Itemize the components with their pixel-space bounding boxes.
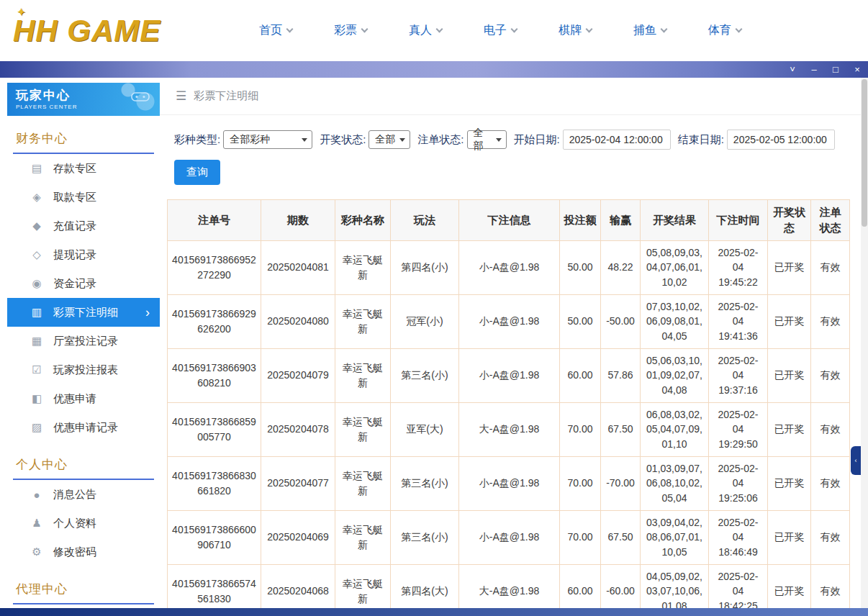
draw-status-value: 全部	[375, 133, 395, 146]
table-cell: 67.50	[601, 510, 641, 564]
table-cell: 401569173866952272290	[168, 240, 261, 294]
bets-table: 注单号期数彩种名称玩法下注信息投注额输赢开奖结果下注时间开奖状态注单状态 401…	[167, 199, 850, 608]
nav-item[interactable]: 真人	[409, 23, 442, 38]
table-cell: 05,06,03,10,01,09,02,07,04,08	[641, 348, 709, 402]
nav-item[interactable]: 首页	[259, 23, 292, 38]
sidebar-item[interactable]: ◉资金记录	[7, 269, 160, 298]
sidebar-item-label: 厅室投注记录	[53, 335, 118, 348]
sidebar-item[interactable]: ◈取款专区	[7, 183, 160, 212]
table-cell: 48.22	[601, 240, 641, 294]
sidebar-item[interactable]: ▨优惠申请记录	[7, 413, 160, 442]
sidebar-section-title: 代理中心	[13, 581, 154, 604]
table-cell: 冠军(小)	[391, 294, 459, 348]
sidebar-item[interactable]: ●消息公告	[7, 480, 160, 509]
table-cell: 2025-02-04 19:29:50	[709, 402, 768, 456]
table-cell: 401569173866600906710	[168, 510, 261, 564]
logo-spark-icon: ✦	[17, 6, 26, 17]
table-cell: 2025-02-04 19:37:16	[709, 348, 768, 402]
nav-item[interactable]: 电子	[484, 23, 517, 38]
draw-status-select[interactable]: 全部	[369, 130, 410, 149]
table-cell: 60.00	[560, 564, 601, 608]
window-titlebar: ˅–□×	[0, 61, 868, 78]
table-cell: 已开奖	[768, 402, 811, 456]
start-date-input[interactable]	[563, 130, 671, 150]
vertical-scrollbar[interactable]	[861, 78, 868, 608]
table-cell: 2025-02-04 19:41:36	[709, 294, 768, 348]
sidebar-item[interactable]: ◇提现记录	[7, 240, 160, 269]
end-date-input[interactable]	[727, 130, 835, 150]
table-cell: 小-A盘@1.98	[459, 294, 560, 348]
order-status-select[interactable]: 全部	[467, 130, 507, 149]
sidebar-item[interactable]: ⚙修改密码	[7, 538, 160, 566]
window-close-button[interactable]: ×	[846, 61, 868, 78]
table-header-row: 注单号期数彩种名称玩法下注信息投注额输赢开奖结果下注时间开奖状态注单状态	[168, 200, 850, 241]
table-cell: 幸运飞艇新	[335, 348, 391, 402]
sidebar-item[interactable]: ◧优惠申请	[7, 384, 160, 413]
table-cell: 20250204078	[261, 402, 335, 456]
select-arrow-icon	[399, 138, 405, 142]
table-header-cell: 注单号	[168, 200, 261, 241]
table-cell: 有效	[811, 510, 850, 564]
table-row: 40156917386683066182020250204077幸运飞艇新第三名…	[168, 456, 850, 510]
table-cell: 有效	[811, 564, 850, 608]
window-maximize-button[interactable]: □	[825, 61, 846, 78]
recharge-record-icon: ◆	[30, 219, 43, 232]
window-dropdown-button[interactable]: ˅	[782, 61, 803, 78]
logo: ✦ HH GAME	[13, 14, 222, 48]
withdrawal-record-icon: ◇	[30, 248, 43, 261]
nav-item-label: 棋牌	[559, 23, 582, 38]
scrollbar-thumb[interactable]	[862, 79, 867, 227]
sidebar-item[interactable]: ♟个人资料	[7, 509, 160, 538]
sidebar-item[interactable]: ▥彩票下注明细›	[7, 298, 160, 327]
table-cell: 20250204077	[261, 456, 335, 510]
sidebar-item[interactable]: ◆充值记录	[7, 212, 160, 240]
table-row: 40156917386657456183020250204068幸运飞艇新第四名…	[168, 564, 850, 608]
table-cell: 幸运飞艇新	[335, 240, 391, 294]
table-cell: 第三名(小)	[391, 510, 459, 564]
table-header-cell: 玩法	[391, 200, 459, 241]
table-cell: 2025-02-04 18:46:49	[709, 510, 768, 564]
table-header-cell: 下注时间	[709, 200, 768, 241]
nav-item[interactable]: 捕鱼	[633, 23, 666, 38]
table-cell: 06,08,03,02,05,04,07,09,01,10	[641, 402, 709, 456]
sidebar-item-label: 充值记录	[53, 219, 96, 233]
nav-item[interactable]: 彩票	[334, 23, 367, 38]
window-bottom-edge	[0, 608, 868, 616]
table-cell: 幸运飞艇新	[335, 564, 391, 608]
chevron-down-icon	[586, 26, 593, 33]
promo-apply-icon: ◧	[30, 392, 43, 405]
table-cell: 20250204068	[261, 564, 335, 608]
sidebar-item[interactable]: ▦厅室投注记录	[7, 327, 160, 355]
table-cell: 第四名(小)	[391, 240, 459, 294]
nav-item[interactable]: 体育	[708, 23, 741, 38]
sidebar-item[interactable]: ▤存款专区	[7, 154, 160, 183]
table-cell: -60.00	[601, 564, 641, 608]
table-cell: 70.00	[560, 510, 601, 564]
funds-record-icon: ◉	[30, 277, 43, 290]
table-cell: 小-A盘@1.98	[459, 240, 560, 294]
floating-widget[interactable]: ‹	[851, 446, 861, 475]
promo-apply-record-icon: ▨	[30, 421, 43, 434]
table-cell: 401569173866574561830	[168, 564, 261, 608]
table-cell: 401569173866859005770	[168, 402, 261, 456]
table-cell: 07,03,10,02,06,09,08,01,04,05	[641, 294, 709, 348]
table-cell: 70.00	[560, 402, 601, 456]
table-cell: 20250204069	[261, 510, 335, 564]
filter-row: 彩种类型: 全部彩种 开奖状态: 全部 注单状态: 全部	[174, 130, 861, 150]
filter-panel: 彩种类型: 全部彩种 开奖状态: 全部 注单状态: 全部	[160, 115, 861, 195]
top-header: ✦ HH GAME 首页彩票真人电子棋牌捕鱼体育	[0, 0, 868, 61]
table-cell: 大-A盘@1.98	[459, 402, 560, 456]
sidebar: 玩家中心 PLAYERS CENTER 财务中心▤存款专区◈取款专区◆充值记录◇…	[7, 83, 160, 608]
hamburger-icon[interactable]: ☰	[176, 89, 186, 104]
nav-item[interactable]: 棋牌	[559, 23, 592, 38]
search-button[interactable]: 查询	[174, 160, 220, 185]
table-cell: 已开奖	[768, 294, 811, 348]
nav-item-label: 捕鱼	[633, 23, 656, 38]
table-cell: 有效	[811, 456, 850, 510]
window-minimize-button[interactable]: –	[803, 61, 825, 78]
table-cell: 20250204081	[261, 240, 335, 294]
sidebar-item[interactable]: ☑玩家投注报表	[7, 355, 160, 384]
table-cell: 60.00	[560, 348, 601, 402]
table-row: 40156917386660090671020250204069幸运飞艇新第三名…	[168, 510, 850, 564]
lottery-type-select[interactable]: 全部彩种	[223, 130, 312, 149]
